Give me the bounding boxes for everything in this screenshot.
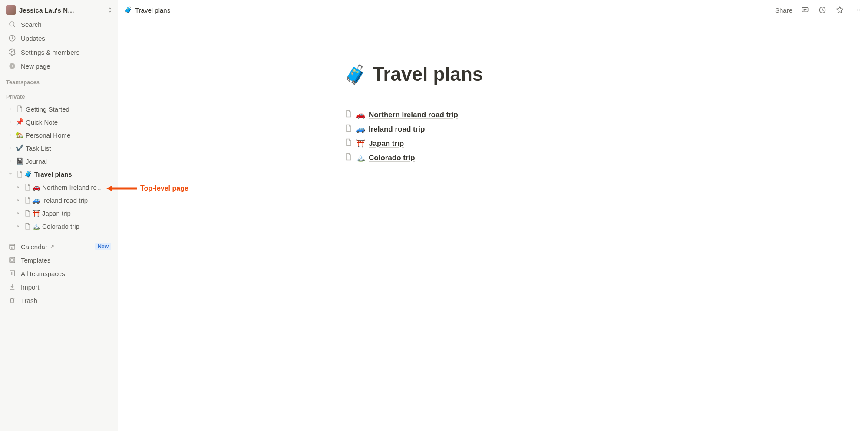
sidebar-allts-label: All teamspaces: [21, 270, 65, 277]
breadcrumb-label: Travel plans: [135, 7, 170, 14]
subpage-emoji: 🚗: [356, 110, 365, 119]
emoji-icon: 🏡: [15, 131, 24, 139]
sidebar-search-label: Search: [21, 21, 42, 28]
history-icon[interactable]: [818, 5, 827, 15]
share-button[interactable]: Share: [775, 7, 792, 14]
more-icon[interactable]: [852, 5, 862, 15]
tree-label: Colorado trip: [42, 223, 79, 230]
plus-circle-icon: [8, 62, 17, 70]
tree-row[interactable]: 🏡 Personal Home: [2, 128, 116, 141]
page-icon: [344, 138, 353, 149]
subpage-link[interactable]: ⛩️ Japan trip: [344, 138, 665, 149]
emoji-icon: 🚗: [32, 183, 40, 191]
page-emoji[interactable]: 🧳: [344, 64, 366, 85]
chevron-right-icon[interactable]: [14, 196, 23, 204]
subpage-link[interactable]: 🏔️ Colorado trip: [344, 152, 665, 163]
page-icon: [23, 209, 32, 217]
tree-row[interactable]: Getting Started: [2, 102, 116, 115]
sidebar-settings[interactable]: Settings & members: [2, 46, 116, 59]
sidebar-trash-label: Trash: [21, 297, 37, 304]
main: 🧳 Travel plans Share 🧳 Travel plans: [118, 0, 868, 431]
subpage-label: Colorado trip: [369, 154, 415, 162]
page-icon: [344, 124, 353, 135]
sidebar-updates[interactable]: Updates: [2, 32, 116, 45]
tree-row[interactable]: 📓 Journal: [2, 155, 116, 168]
tree-label: Quick Note: [26, 118, 58, 126]
emoji-icon: ⛩️: [32, 209, 40, 217]
avatar: [6, 5, 16, 15]
sidebar-settings-label: Settings & members: [21, 49, 79, 56]
subpage-emoji: ⛩️: [356, 139, 365, 148]
svg-text:5: 5: [11, 247, 13, 249]
private-tree: Getting Started 📌 Quick Note 🏡 Personal …: [0, 102, 118, 234]
tree-label: Getting Started: [26, 105, 69, 113]
comment-icon[interactable]: [800, 5, 810, 15]
svg-point-2: [11, 51, 13, 53]
tree-row-travel-plans[interactable]: 🧳 Travel plans: [2, 168, 116, 181]
sidebar-all-teamspaces[interactable]: All teamspaces: [2, 267, 116, 280]
sidebar-search[interactable]: Search: [2, 18, 116, 31]
gear-icon: [8, 48, 17, 56]
subpage-list: 🚗 Northern Ireland road trip 🚙 Ireland r…: [344, 109, 665, 163]
workspace-switcher[interactable]: Jessica Lau's N…: [0, 4, 118, 17]
calendar-icon: 5: [8, 242, 17, 251]
section-teamspaces[interactable]: Teamspaces: [0, 73, 118, 87]
tree-row[interactable]: 🚗 Northern Ireland ro…: [2, 181, 116, 194]
subpage-label: Japan trip: [369, 139, 404, 148]
tree-label: Personal Home: [26, 132, 70, 139]
sidebar-updates-label: Updates: [21, 35, 45, 42]
sidebar-templates-label: Templates: [21, 257, 50, 264]
chevron-down-icon[interactable]: [6, 170, 15, 178]
page-icon: [344, 109, 353, 120]
section-private[interactable]: Private: [0, 87, 118, 102]
building-icon: [8, 269, 17, 278]
sidebar-new-page[interactable]: New page: [2, 59, 116, 72]
chevron-right-icon[interactable]: [6, 105, 15, 113]
svg-rect-6: [10, 257, 15, 263]
chevron-right-icon[interactable]: [6, 144, 15, 152]
svg-point-13: [859, 10, 860, 11]
search-icon: [8, 20, 17, 29]
emoji-icon: 🧳: [24, 170, 33, 178]
sidebar-newpage-label: New page: [21, 63, 50, 70]
chevron-right-icon[interactable]: [6, 131, 15, 139]
chevron-right-icon[interactable]: [6, 157, 15, 165]
star-icon[interactable]: [835, 5, 845, 15]
emoji-icon: ✔️: [15, 144, 24, 152]
breadcrumb[interactable]: 🧳 Travel plans: [124, 6, 170, 14]
tree-row[interactable]: ✔️ Task List: [2, 141, 116, 155]
tree-row[interactable]: 🏔️ Colorado trip: [2, 220, 116, 233]
tree-row[interactable]: 📌 Quick Note: [2, 115, 116, 128]
subpage-label: Northern Ireland road trip: [369, 111, 458, 119]
sidebar-templates[interactable]: Templates: [2, 253, 116, 266]
emoji-icon: 📓: [15, 157, 24, 165]
subpage-link[interactable]: 🚙 Ireland road trip: [344, 124, 665, 135]
subpage-label: Ireland road trip: [369, 125, 425, 134]
page-icon: [15, 105, 24, 113]
chevron-right-icon[interactable]: [14, 209, 23, 217]
chevron-right-icon[interactable]: [14, 222, 23, 230]
svg-rect-9: [802, 7, 808, 12]
trash-icon: [8, 296, 17, 305]
page-title-text: Travel plans: [373, 63, 483, 85]
subpage-link[interactable]: 🚗 Northern Ireland road trip: [344, 109, 665, 120]
svg-rect-8: [10, 271, 15, 276]
sidebar-trash[interactable]: Trash: [2, 294, 116, 307]
tree-label: Northern Ireland ro…: [42, 184, 103, 191]
download-icon: [8, 283, 17, 291]
svg-point-12: [857, 10, 858, 11]
page-icon: [23, 196, 32, 204]
templates-icon: [8, 256, 17, 264]
tree-row[interactable]: 🚙 Ireland road trip: [2, 194, 116, 207]
sidebar-import-label: Import: [21, 283, 40, 291]
sidebar-calendar[interactable]: 5 Calendar ↗ New: [2, 240, 116, 253]
chevron-right-icon[interactable]: [6, 118, 15, 126]
page-title[interactable]: 🧳 Travel plans: [344, 63, 665, 85]
tree-label: Japan trip: [42, 210, 71, 217]
svg-rect-7: [11, 259, 13, 261]
clock-icon: [8, 34, 17, 43]
sidebar-import[interactable]: Import: [2, 280, 116, 293]
tree-row[interactable]: ⛩️ Japan trip: [2, 207, 116, 220]
tree-label: Task List: [26, 145, 51, 152]
chevron-right-icon[interactable]: [14, 183, 23, 191]
